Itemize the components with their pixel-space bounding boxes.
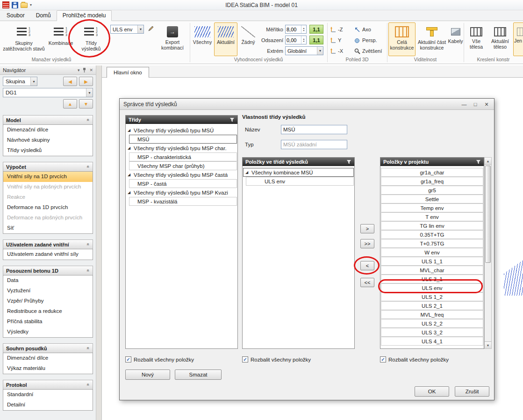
nav-item[interactable]: Vnitřní síly na plošných prvcích <box>3 182 93 192</box>
project-item-row[interactable]: MVL_freq <box>381 310 483 319</box>
tab-domu[interactable]: Domů <box>30 11 57 21</box>
result-class-row[interactable]: ◢ MSP - častá <box>129 179 237 188</box>
view-minus-z-button[interactable]: -Z <box>330 25 343 34</box>
nav-item[interactable]: Návrhové skupiny <box>3 135 93 145</box>
group-combo[interactable]: Skupina ▾ <box>3 77 37 86</box>
tree-expander-icon[interactable]: ◢ <box>245 170 250 174</box>
scale-badge[interactable]: 1,1 <box>309 25 323 34</box>
result-class-row[interactable]: ◢ MSÚ <box>129 135 237 144</box>
panel-splitter[interactable] <box>96 65 102 420</box>
result-class-row[interactable]: ◢ Všechny třídy výsledků typu MSÚ <box>126 126 237 135</box>
expand-all-checkbox[interactable]: ✓ <box>242 356 248 362</box>
project-item-row[interactable]: ULS 4_1 <box>381 337 483 346</box>
result-class-row[interactable]: ◢ Všechny třídy výsledků typu MSP častá <box>126 170 237 179</box>
view-persp-button[interactable]: Persp. <box>354 36 377 45</box>
project-item-row[interactable]: Settle <box>381 195 483 203</box>
collapse-chevron-icon[interactable]: « <box>86 347 91 350</box>
remove-item-button[interactable]: < <box>360 261 374 270</box>
combinations-button[interactable]: Kombinace <box>47 22 75 56</box>
nav-item[interactable]: Detailní <box>3 400 93 410</box>
nav-item[interactable]: Příčná stabilita <box>3 317 93 327</box>
collapse-chevron-icon[interactable]: « <box>86 384 91 386</box>
add-item-button[interactable]: > <box>360 224 374 233</box>
filter-icon[interactable] <box>476 159 481 165</box>
add-all-items-button[interactable]: >> <box>360 239 374 248</box>
result-class-row[interactable]: ◢ Všechny třídy výsledků typu MSP Kvazi <box>126 188 237 197</box>
result-classes-button[interactable]: Třídy výsledků <box>76 22 107 56</box>
current-results-button[interactable]: Aktuální <box>214 22 237 56</box>
scroll-thumb[interactable] <box>485 166 491 263</box>
offset-badge[interactable]: 1,1 <box>309 36 323 44</box>
axes-only-button[interactable]: Jen osy <box>513 22 523 56</box>
scale-spinner[interactable]: ▲▼ <box>285 25 307 34</box>
nav-section-header[interactable]: Posouzení betonu 1D « <box>3 266 93 275</box>
project-item-row[interactable]: ULS 1_2 <box>381 292 483 301</box>
filter-icon[interactable] <box>229 117 235 123</box>
name-input[interactable] <box>281 125 347 134</box>
result-class-row[interactable]: ◢ MSP - kvazistálá <box>129 197 237 206</box>
nav-item[interactable]: Dimenzační dílce <box>3 353 93 363</box>
tree-expander-icon[interactable]: ◢ <box>128 146 132 150</box>
remove-all-items-button[interactable]: << <box>360 278 374 287</box>
current-part-button[interactable]: Aktuální část konstrukce <box>417 22 447 56</box>
collapse-chevron-icon[interactable]: « <box>86 166 91 168</box>
tree-expander-icon[interactable]: ◢ <box>128 190 132 195</box>
collapse-chevron-icon[interactable]: « <box>86 269 91 272</box>
nav-section-header[interactable]: Model « <box>3 115 93 124</box>
expand-all-checkbox[interactable]: ✓ <box>380 356 386 362</box>
nav-section-header[interactable]: Výpočet « <box>3 162 93 171</box>
view-y-button[interactable]: Y <box>330 36 341 45</box>
project-item-row[interactable]: T env <box>381 212 483 221</box>
nav-section-header[interactable]: Souhrn posudků « <box>3 343 93 353</box>
project-item-row[interactable]: ULS 1_1 <box>381 257 483 266</box>
minimize-icon[interactable]: — <box>460 101 468 107</box>
collapse-chevron-icon[interactable]: « <box>86 119 91 122</box>
design-group-combo[interactable]: DG1 ▾ <box>3 88 93 97</box>
project-item-row[interactable]: ULS 2_2 <box>381 319 483 328</box>
whole-structure-button[interactable]: Celá konstrukce <box>388 22 416 56</box>
tree-expander-icon[interactable]: ◢ <box>128 128 132 132</box>
chevron-down-icon[interactable]: ▾ <box>317 47 323 55</box>
nav-item[interactable]: Vyztužení <box>3 286 93 296</box>
project-item-row[interactable]: 0.35T+TG <box>381 230 483 239</box>
dialog-title-bar[interactable]: Správce tříd výsledků — □ × <box>120 99 494 110</box>
extreme-combo[interactable]: Globální ▾ <box>285 46 323 55</box>
class-item-row[interactable]: ◢ ULS env <box>246 177 354 186</box>
all-results-button[interactable]: Všechny <box>192 22 213 56</box>
nav-item[interactable]: Výkaz materiálu <box>3 363 93 374</box>
ok-button[interactable]: OK <box>415 386 449 397</box>
next-arrow-button[interactable]: ▶ <box>79 77 93 86</box>
navigator-dropdown-icon[interactable]: ▾ <box>78 68 80 72</box>
view-minus-x-button[interactable]: -X <box>330 46 343 56</box>
result-class-row[interactable]: ◢ Všechny MSP char (průhyb) <box>129 161 237 170</box>
prev-arrow-button[interactable]: ◀ <box>63 77 77 86</box>
pin-icon[interactable] <box>82 67 86 72</box>
cancel-button[interactable]: Zrušit <box>455 386 489 397</box>
result-class-combo[interactable]: ULS env ▾ <box>110 25 144 34</box>
tab-hlavni-okno[interactable]: Hlavní okno <box>107 67 149 78</box>
move-down-button[interactable]: ▼ <box>79 99 93 109</box>
move-up-button[interactable]: ▲ <box>63 99 77 109</box>
current-solid-button[interactable]: Aktuální těleso <box>488 22 512 56</box>
nav-item[interactable]: Data <box>3 275 93 286</box>
new-button[interactable]: Nový <box>125 369 170 380</box>
spinner-arrows-icon[interactable]: ▲▼ <box>301 25 306 33</box>
offset-spinner[interactable]: ▲▼ <box>285 36 307 44</box>
all-solids-button[interactable]: Vše tělesa <box>466 22 487 56</box>
nav-item[interactable]: Standardní <box>3 390 93 400</box>
navigator-close-icon[interactable]: ✕ <box>89 68 93 72</box>
nav-section-header[interactable]: Protokol « <box>3 380 93 389</box>
close-icon[interactable]: × <box>483 101 490 108</box>
maximize-icon[interactable]: □ <box>472 101 479 107</box>
offset-input[interactable] <box>286 36 301 44</box>
spinner-arrows-icon[interactable]: ▲▼ <box>301 36 306 44</box>
tab-prohlizec-modelu[interactable]: Prohlížeč modelu <box>57 10 112 21</box>
collapse-chevron-icon[interactable]: « <box>86 243 91 246</box>
project-item-row[interactable]: W env <box>381 248 483 257</box>
export-combinations-button[interactable]: → Export kombinací <box>156 22 189 56</box>
project-item-row[interactable]: Temp env <box>381 203 483 212</box>
chevron-down-icon[interactable]: ▾ <box>137 25 143 33</box>
delete-button[interactable]: Smazat <box>175 369 222 380</box>
nav-item[interactable]: Vzpěr/ Průhyby <box>3 296 93 306</box>
nav-item[interactable]: Dimenzační dílce <box>3 125 93 135</box>
